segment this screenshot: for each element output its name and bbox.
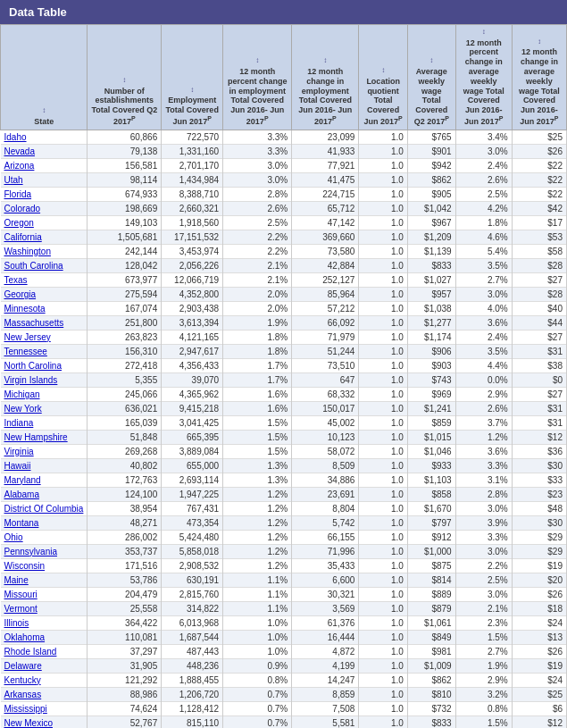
- data-cell: 673,977: [88, 272, 162, 287]
- data-cell: 1,206,720: [162, 687, 223, 701]
- data-cell: 57,212: [292, 301, 359, 315]
- state-link[interactable]: Arkansas: [4, 690, 42, 699]
- data-cell: 3.0%: [223, 158, 292, 172]
- state-link[interactable]: Maryland: [4, 475, 41, 485]
- state-link[interactable]: California: [4, 232, 42, 242]
- state-cell: Minnesota: [1, 301, 88, 315]
- data-cell: $981: [407, 644, 455, 658]
- data-cell: $31: [512, 415, 566, 430]
- col-wage-pct[interactable]: ↕ 12 month percent change in average wee…: [455, 25, 512, 130]
- data-cell: 1.0: [359, 315, 408, 330]
- state-link[interactable]: Kentucky: [4, 675, 41, 685]
- data-cell: 3.3%: [223, 144, 292, 158]
- data-cell: 1.0: [359, 301, 408, 315]
- state-link[interactable]: Nevada: [4, 146, 35, 156]
- data-cell: 23,099: [292, 130, 359, 144]
- data-cell: $743: [407, 372, 455, 387]
- state-link[interactable]: Missouri: [4, 590, 38, 599]
- state-link[interactable]: Tennessee: [4, 347, 47, 356]
- data-cell: 60,866: [88, 130, 162, 144]
- data-cell: 1.0: [359, 587, 408, 601]
- state-cell: Nevada: [1, 144, 88, 158]
- state-link[interactable]: Indiana: [4, 418, 34, 428]
- state-link[interactable]: Washington: [4, 247, 51, 256]
- state-link[interactable]: Illinois: [4, 618, 29, 628]
- data-cell: 4,121,165: [162, 330, 223, 344]
- col-wage[interactable]: ↕ Average weekly wage Total Covered Q2 2…: [407, 25, 455, 130]
- state-link[interactable]: Virginia: [4, 447, 34, 456]
- state-link[interactable]: Virgin Islands: [4, 375, 58, 385]
- data-cell: $879: [407, 601, 455, 615]
- state-link[interactable]: Colorado: [4, 204, 41, 213]
- state-link[interactable]: Vermont: [4, 604, 38, 614]
- data-cell: $732: [407, 701, 455, 715]
- data-cell: 1.0: [359, 644, 408, 658]
- state-link[interactable]: Utah: [4, 175, 23, 185]
- state-cell: Illinois: [1, 615, 88, 630]
- state-link[interactable]: Alabama: [4, 490, 39, 499]
- data-cell: 3.6%: [455, 444, 512, 458]
- state-cell: Wisconsin: [1, 558, 88, 573]
- table-row: Alabama124,1001,947,2251.2%23,6911.0$858…: [1, 487, 567, 501]
- state-cell: North Carolina: [1, 358, 88, 372]
- state-link[interactable]: District Of Columbia: [4, 504, 84, 514]
- state-cell: Missouri: [1, 587, 88, 601]
- data-cell: $1,103: [407, 473, 455, 487]
- state-link[interactable]: New York: [4, 404, 42, 414]
- data-cell: 58,072: [292, 444, 359, 458]
- data-cell: 156,310: [88, 344, 162, 358]
- state-link[interactable]: Oregon: [4, 218, 34, 228]
- table-row: Wisconsin171,5162,908,5321.2%35,4331.0$8…: [1, 558, 567, 573]
- state-link[interactable]: Massachusetts: [4, 318, 64, 328]
- col-employment[interactable]: ↕ Employment Total Covered Jun 2017P: [162, 25, 223, 130]
- state-link[interactable]: Montana: [4, 518, 39, 528]
- state-link[interactable]: Pennsylvania: [4, 547, 57, 556]
- data-cell: 1.5%: [223, 430, 292, 444]
- state-cell: Texas: [1, 272, 88, 287]
- col-establishments[interactable]: ↕ Number of establishments Total Covered…: [88, 25, 162, 130]
- state-link[interactable]: Maine: [4, 575, 29, 585]
- table-row: Tennessee156,3102,947,6171.8%51,2441.0$9…: [1, 344, 567, 358]
- state-link[interactable]: Ohio: [4, 532, 23, 542]
- state-link[interactable]: Delaware: [4, 661, 42, 671]
- state-link[interactable]: New Hampshire: [4, 432, 68, 442]
- state-link[interactable]: Idaho: [4, 132, 27, 142]
- state-link[interactable]: Mississippi: [4, 704, 47, 714]
- table-row: Virginia269,2683,889,0841.5%58,0721.0$1,…: [1, 444, 567, 458]
- data-cell: 124,100: [88, 487, 162, 501]
- state-link[interactable]: Wisconsin: [4, 561, 46, 571]
- state-cell: Vermont: [1, 601, 88, 615]
- data-cell: 2,947,617: [162, 344, 223, 358]
- data-cell: 3,613,394: [162, 315, 223, 330]
- state-link[interactable]: Hawaii: [4, 461, 31, 471]
- state-link[interactable]: Georgia: [4, 289, 37, 299]
- col-state[interactable]: ↕ State: [1, 25, 88, 130]
- state-link[interactable]: Michigan: [4, 389, 40, 399]
- state-link[interactable]: North Carolina: [4, 361, 62, 371]
- data-cell: 149,103: [88, 215, 162, 230]
- data-cell: 1.0: [359, 687, 408, 701]
- state-cell: Virginia: [1, 444, 88, 458]
- state-link[interactable]: Florida: [4, 189, 32, 199]
- state-link[interactable]: New Mexico: [4, 718, 53, 728]
- col-lq[interactable]: ↕ Location quotient Total Covered Jun 20…: [359, 25, 408, 130]
- data-cell: 110,081: [88, 630, 162, 644]
- state-link[interactable]: Oklahoma: [4, 632, 46, 642]
- data-cell: $1,000: [407, 544, 455, 558]
- table-row: South Carolina128,0422,056,2262.1%42,884…: [1, 258, 567, 272]
- col-pct-change[interactable]: ↕ 12 month percent change in employment …: [223, 25, 292, 130]
- state-link[interactable]: Rhode Island: [4, 647, 57, 657]
- state-link[interactable]: Texas: [4, 275, 28, 285]
- data-cell: 5,424,480: [162, 530, 223, 544]
- table-row: Massachusetts251,8003,613,3941.9%66,0921…: [1, 315, 567, 330]
- state-link[interactable]: New Jersey: [4, 332, 51, 342]
- col-change[interactable]: ↕ 12 month change in employment Total Co…: [292, 25, 359, 130]
- table-row: Colorado198,6692,660,3212.6%65,7121.0$1,…: [1, 201, 567, 215]
- data-cell: $0: [512, 372, 566, 387]
- state-link[interactable]: South Carolina: [4, 261, 63, 271]
- data-cell: 1.2%: [223, 544, 292, 558]
- state-link[interactable]: Arizona: [4, 161, 35, 171]
- col-wage-change[interactable]: ↕ 12 month change in average weekly wage…: [512, 25, 566, 130]
- data-cell: 1.0: [359, 258, 408, 272]
- state-link[interactable]: Minnesota: [4, 304, 46, 314]
